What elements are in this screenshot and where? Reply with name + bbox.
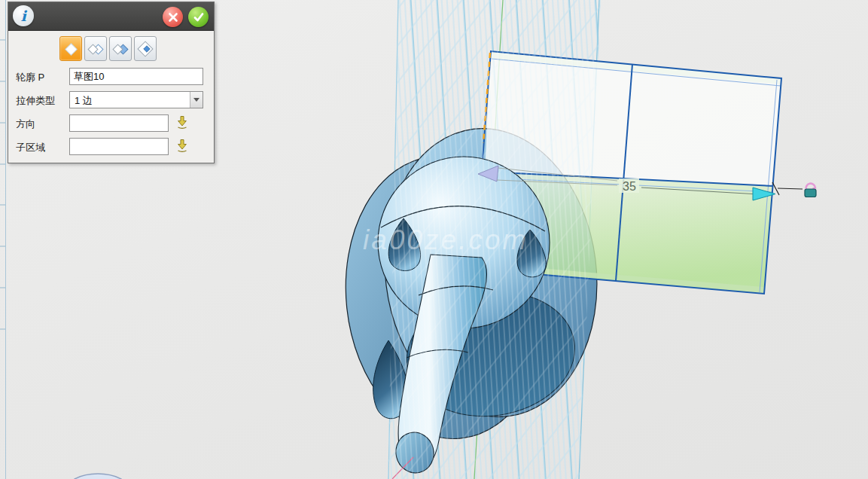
field-row-direction: 方向 xyxy=(8,114,214,132)
x-icon xyxy=(168,12,178,23)
direction-input[interactable] xyxy=(69,114,169,132)
extrude-dialog: i xyxy=(8,2,215,163)
subregion-input[interactable] xyxy=(69,138,169,155)
dimension-35-label[interactable]: 35 xyxy=(623,180,636,193)
dropdown-arrow-icon[interactable] xyxy=(190,92,203,108)
cancel-button[interactable] xyxy=(163,7,183,27)
profile-input[interactable] xyxy=(69,68,203,85)
extrude-base-button[interactable] xyxy=(59,36,82,61)
watermark: ia00ze.com xyxy=(363,224,528,255)
diamond-blue-icon xyxy=(111,40,129,58)
extrude-type-toolbar xyxy=(59,36,157,61)
view-ruler xyxy=(0,0,6,479)
app-window: 35 ia00ze.com i xyxy=(0,0,868,479)
anchor-lock-icon[interactable] xyxy=(805,184,816,197)
field-row-profile: 轮廓 P xyxy=(8,68,214,85)
nav-sphere[interactable] xyxy=(66,474,129,479)
extrude-remove-button[interactable] xyxy=(109,36,132,61)
field-row-extrude-type: 拉伸类型 1 边 xyxy=(8,91,214,108)
double-diamond-icon xyxy=(87,40,105,58)
dialog-titlebar: i xyxy=(8,2,214,31)
dialog-body: 轮廓 P 拉伸类型 1 边 方向 子区域 xyxy=(8,31,214,163)
extrude-intersect-button[interactable] xyxy=(134,36,157,61)
direction-pick-icon[interactable] xyxy=(175,115,190,130)
info-icon: i xyxy=(13,5,34,26)
profile-label: 轮廓 P xyxy=(16,71,44,84)
extrude-type-dropdown[interactable]: 1 边 xyxy=(69,91,203,108)
field-row-subregion: 子区域 xyxy=(8,138,214,155)
subregion-pick-icon[interactable] xyxy=(175,139,190,154)
check-icon xyxy=(193,11,205,23)
diamond-dot-icon xyxy=(136,40,154,58)
extrude-type-value: 1 边 xyxy=(75,94,93,108)
subregion-label: 子区域 xyxy=(16,141,45,154)
diamond-icon xyxy=(62,40,80,58)
confirm-button[interactable] xyxy=(188,7,209,27)
extrude-type-label: 拉伸类型 xyxy=(16,94,55,108)
extrude-add-button[interactable] xyxy=(84,36,107,61)
direction-label: 方向 xyxy=(16,117,35,131)
